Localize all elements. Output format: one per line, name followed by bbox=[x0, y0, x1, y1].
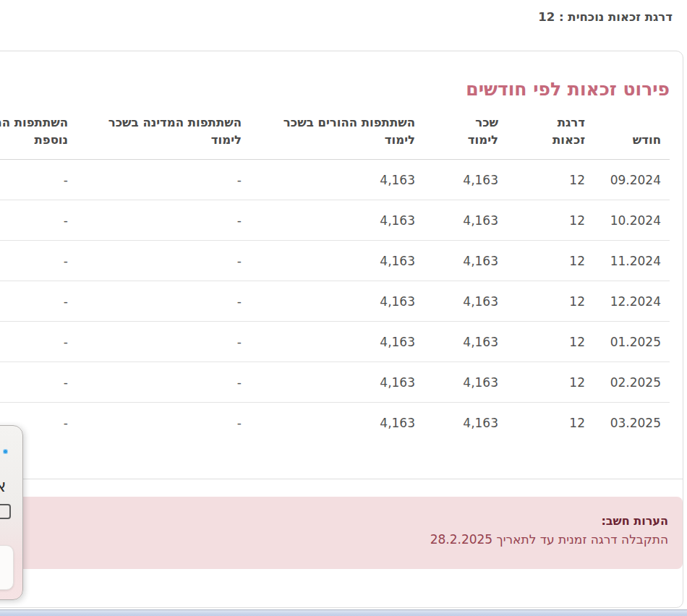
table-row: 02.2025 12 4,163 4,163 - - bbox=[0, 362, 670, 403]
cell-month: 01.2025 bbox=[594, 322, 670, 362]
square-outline-icon[interactable] bbox=[0, 504, 11, 519]
cell-parents: 4,163 bbox=[250, 241, 424, 281]
notes-title: הערות חשב: bbox=[0, 514, 668, 528]
notification-dot-icon bbox=[3, 449, 8, 454]
cell-tuition: 4,163 bbox=[424, 403, 507, 443]
cell-level: 12 bbox=[507, 362, 594, 403]
cell-month: 03.2025 bbox=[594, 403, 670, 443]
entitlement-card: פירוט זכאות לפי חודשים חודש דרגת זכאות bbox=[0, 51, 683, 608]
cell-state: - bbox=[77, 200, 250, 241]
table-row: 01.2025 12 4,163 4,163 - - bbox=[0, 322, 670, 362]
cell-additional: - bbox=[0, 160, 77, 200]
cell-month: 09.2024 bbox=[594, 160, 670, 200]
cell-month: 11.2024 bbox=[594, 241, 670, 281]
col-header-month: חודש bbox=[594, 100, 670, 160]
table-row: 11.2024 12 4,163 4,163 - - bbox=[0, 241, 670, 281]
cell-tuition: 4,163 bbox=[424, 362, 507, 403]
table-row: 03.2025 12 4,163 4,163 - - bbox=[0, 403, 670, 443]
col-header-tuition: שכר לימוד bbox=[424, 100, 507, 160]
cell-level: 12 bbox=[507, 322, 594, 362]
cell-state: - bbox=[77, 362, 250, 403]
table-row: 10.2024 12 4,163 4,163 - - bbox=[0, 200, 670, 241]
cell-parents: 4,163 bbox=[250, 281, 424, 322]
page-title: פירוט זכאות לפי חודשים bbox=[0, 79, 670, 100]
cell-state: - bbox=[77, 281, 250, 322]
font-size-letter-button[interactable]: א bbox=[0, 476, 11, 495]
cell-state: - bbox=[77, 403, 250, 443]
widget-action-button[interactable] bbox=[0, 545, 14, 590]
table-row: 12.2024 12 4,163 4,163 - - bbox=[0, 281, 670, 322]
section-divider bbox=[0, 479, 683, 479]
cell-parents: 4,163 bbox=[250, 322, 424, 362]
current-entitlement-label: דרגת זכאות נוכחית : 12 bbox=[538, 10, 673, 24]
cell-additional: - bbox=[0, 200, 77, 241]
cell-month: 02.2025 bbox=[594, 362, 670, 403]
cell-level: 12 bbox=[507, 403, 594, 443]
cell-level: 12 bbox=[507, 241, 594, 281]
notes-body: התקבלה דרגה זמנית עד לתאריך 28.2.2025 bbox=[0, 532, 668, 547]
cell-additional: - bbox=[0, 281, 77, 322]
cell-month: 12.2024 bbox=[594, 281, 670, 322]
cell-additional: - bbox=[0, 241, 77, 281]
cell-parents: 4,163 bbox=[250, 362, 424, 403]
floating-widget-panel[interactable]: א bbox=[0, 425, 23, 600]
cell-state: - bbox=[77, 241, 250, 281]
cell-tuition: 4,163 bbox=[424, 241, 507, 281]
table-row: 09.2024 12 4,163 4,163 - - bbox=[0, 160, 670, 200]
cell-tuition: 4,163 bbox=[424, 200, 507, 241]
cell-state: - bbox=[77, 322, 250, 362]
cell-level: 12 bbox=[507, 281, 594, 322]
cell-tuition: 4,163 bbox=[424, 281, 507, 322]
cell-month: 10.2024 bbox=[594, 200, 670, 241]
cell-additional: - bbox=[0, 322, 77, 362]
cell-parents: 4,163 bbox=[250, 403, 424, 443]
col-header-parents-participation: השתתפות ההורים בשכר לימוד bbox=[250, 100, 424, 160]
col-header-additional-participation: השתתפות המ נוספת bbox=[0, 100, 77, 160]
cell-parents: 4,163 bbox=[250, 200, 424, 241]
card-content: פירוט זכאות לפי חודשים חודש דרגת זכאות bbox=[0, 79, 683, 569]
footer-bar bbox=[0, 609, 687, 616]
table-header-row: חודש דרגת זכאות שכר לימוד השתתפות ההורים… bbox=[0, 100, 670, 160]
cell-tuition: 4,163 bbox=[424, 322, 507, 362]
accountant-notes-box: הערות חשב: התקבלה דרגה זמנית עד לתאריך 2… bbox=[0, 497, 683, 569]
col-header-entitlement-level: דרגת זכאות bbox=[507, 100, 594, 160]
entitlement-table: חודש דרגת זכאות שכר לימוד השתתפות ההורים… bbox=[0, 100, 670, 442]
cell-parents: 4,163 bbox=[250, 160, 424, 200]
cell-state: - bbox=[77, 160, 250, 200]
cell-tuition: 4,163 bbox=[424, 160, 507, 200]
cell-additional: - bbox=[0, 362, 77, 403]
col-header-state-participation: השתתפות המדינה בשכר לימוד bbox=[77, 100, 250, 160]
cell-level: 12 bbox=[507, 200, 594, 241]
cell-level: 12 bbox=[507, 160, 594, 200]
